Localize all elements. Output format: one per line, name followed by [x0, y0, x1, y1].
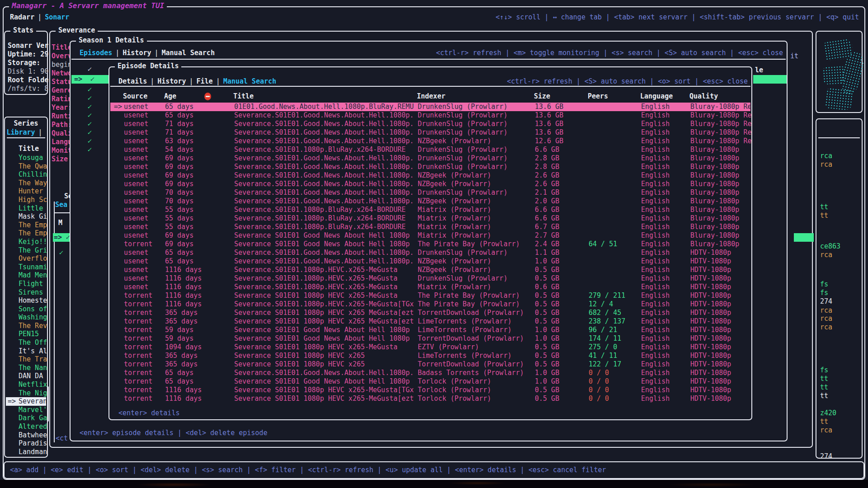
series-list-item[interactable]: Hunter [5, 187, 47, 196]
result-row[interactable]: torrent1116 daysSeverance S01E01 1080p H… [110, 394, 750, 403]
series-list-item[interactable]: Overflo [5, 254, 47, 263]
series-list-item[interactable]: High Sc [5, 196, 47, 204]
result-row[interactable]: usenet54 daysSeverance.S01E01.1080p.BluR… [110, 145, 750, 154]
result-row[interactable]: usenet70 daysSeverance.S01E01.Good.News.… [110, 188, 750, 197]
tab-sonarr[interactable]: Sonarr [45, 13, 69, 21]
series-list-item[interactable]: The Way [5, 179, 47, 188]
seasons-keybind-fragment: <ct [56, 434, 68, 442]
result-row[interactable]: usenet71 daysSeverance.S01E01.Good.News.… [110, 128, 750, 137]
series-list-item[interactable]: Mad Men [5, 271, 47, 280]
selected-episode-row-right-fragment [753, 75, 787, 84]
series-list-item[interactable]: DAN DA [5, 372, 47, 380]
series-scrollbar-thumb[interactable] [47, 386, 49, 422]
tab-details[interactable]: Details [118, 77, 147, 85]
series-list-item[interactable]: It's Al [5, 347, 47, 356]
result-row[interactable]: torrent365 daysSeverance S01E01 1080p HE… [110, 309, 750, 317]
season-monitored-check: ✓ [59, 249, 63, 257]
result-row[interactable]: usenet69 daysSeverance.S01E01.Good.News.… [110, 180, 750, 188]
result-row[interactable]: usenet70 daysSeverance.S01E01.Good.News.… [110, 197, 750, 206]
series-list-item[interactable]: The Nan [5, 364, 47, 372]
series-list-item[interactable]: Yosuga [5, 154, 47, 162]
series-list-item[interactable]: =>Severan [6, 397, 46, 406]
series-list-item[interactable]: Keijo!! [5, 238, 47, 246]
tab-library[interactable]: Library| [5, 128, 47, 136]
series-list-item[interactable]: Mask Gi [5, 212, 47, 221]
desktop-wallpaper-strip [0, 480, 868, 488]
result-row[interactable]: torrent365 daysSeverance S01E01 1080p HE… [110, 360, 750, 369]
result-row[interactable]: usenet55 daysSeverance.S01E01.1080p.BluR… [110, 206, 750, 214]
series-list-item[interactable]: The Off [5, 338, 47, 347]
result-row[interactable]: usenet1116 daysSeverance.S01E01.1080p.HE… [110, 283, 750, 291]
result-row[interactable]: usenet55 daysSeverance.S01E01.1080p.BluR… [110, 223, 750, 231]
series-list-item[interactable]: Chillin [5, 170, 47, 179]
series-list-item[interactable]: The Nig [5, 389, 47, 398]
tab-season-manual-search[interactable]: Manual Search [162, 49, 215, 57]
result-row[interactable]: usenet1116 daysSeverance.S01E01.1080p.HE… [110, 274, 750, 283]
series-list-item[interactable]: Little [5, 204, 47, 213]
stats-lines: Sonarr VerUptime: 29Storage:Disk 1: 90Ro… [8, 42, 46, 93]
tab-history[interactable]: History [157, 77, 186, 85]
series-list-item[interactable]: The Gri [5, 246, 47, 255]
stats-line: Root Folde [8, 76, 46, 84]
result-row[interactable]: usenet69 daysSeverance.S01E01.Good.News.… [110, 171, 750, 180]
result-row[interactable]: torrent59 daysSeverance S01E01 Good News… [110, 334, 750, 343]
clipped-text-fragment: rca [820, 152, 832, 160]
clipped-text-fragment: tt [820, 375, 828, 383]
result-row[interactable]: torrent65 daysSeverance.S01E01.Good.News… [110, 369, 750, 377]
result-row[interactable]: usenet65 daysSeverance.S01E01.Good.News.… [110, 257, 750, 266]
series-list-item[interactable]: Landman [5, 448, 47, 456]
result-row[interactable]: usenet1116 daysSeverance.S01E01.1080p.HE… [110, 266, 750, 274]
tab-season-history[interactable]: History [123, 49, 151, 57]
stats-panel-title: Stats [10, 26, 36, 34]
result-row[interactable]: torrent365 daysSeverance S01E01 1080p HE… [110, 317, 750, 326]
series-list-item[interactable]: Altered [5, 422, 47, 431]
series-list-item[interactable]: Paradis [5, 439, 47, 448]
series-list-item[interactable]: Dark Ga [5, 414, 47, 422]
result-row[interactable]: torrent1094 daysSeverance S01E01 1080p H… [110, 343, 750, 352]
series-list-item[interactable]: PEN15 [5, 330, 47, 338]
series-list-item[interactable]: Tsunami [5, 263, 47, 272]
series-list-item[interactable]: Washing [5, 313, 47, 322]
result-row[interactable]: torrent1116 daysSeverance.S01E01.1080p.H… [110, 300, 750, 309]
result-row[interactable]: torrent1116 daysSeverance S01E01 1080p H… [110, 386, 750, 394]
result-row[interactable]: usenet69 daysSeverance S01E01 Good News … [110, 231, 750, 240]
series-separator [7, 137, 45, 138]
series-list-item[interactable]: Marvel' [5, 406, 47, 414]
series-list-item[interactable]: The Qwa [5, 162, 47, 171]
result-row[interactable]: torrent69 daysSeverance S01E01 Good News… [110, 240, 750, 249]
result-row[interactable]: torrent1116 daysSeverance S01E01 1080p H… [110, 291, 750, 300]
series-list-item[interactable]: Flight [5, 280, 47, 288]
result-row[interactable]: usenet55 daysSeverance.S01E01.1080p.BluR… [110, 214, 750, 223]
series-list-item[interactable]: Sirens [5, 288, 47, 297]
result-row[interactable]: usenet69 daysSeverance.S01E01.Good.News.… [110, 163, 750, 171]
series-list-item[interactable]: Homeste [5, 296, 47, 305]
col-language: Language [640, 92, 673, 100]
result-row[interactable]: usenet69 daysSeverance.S01E01.Good.News.… [110, 154, 750, 163]
series-list-item[interactable]: Batwhee [5, 431, 47, 440]
result-row[interactable]: usenet65 daysSeverance.S01E01.Good.News.… [110, 249, 750, 257]
result-row[interactable]: torrent65 daysSeverance S01E01 Good News… [110, 377, 750, 386]
series-list-item[interactable]: The Emp [5, 229, 47, 238]
tab-radarr[interactable]: Radarr [10, 13, 34, 21]
selected-season-row-fragment[interactable]: => ✓ [53, 233, 72, 242]
series-list-item[interactable]: Netflix [5, 380, 47, 389]
selected-episode-row-fragment[interactable]: => ✓ [71, 75, 109, 84]
result-row[interactable]: =>usenet65 days01E01.Good.News.About.Hel… [110, 103, 750, 111]
col-title: Title [233, 92, 414, 100]
tab-episodes[interactable]: Episodes [80, 49, 112, 57]
tab-file[interactable]: File [197, 77, 213, 85]
episode-monitored-check: ✓ [88, 120, 92, 128]
series-list-item[interactable]: Sons of [5, 305, 47, 314]
series-list-item[interactable]: The Emp [5, 221, 47, 230]
tab-manual-search[interactable]: Manual Search [223, 77, 276, 85]
episode-tab-separator [110, 86, 750, 87]
result-row[interactable]: torrent365 daysSeverance S01E01 1080p HE… [110, 352, 750, 360]
result-row[interactable]: torrent59 daysSeverance S01E01 Good News… [110, 326, 750, 334]
col-quality: Quality [689, 92, 751, 100]
result-row[interactable]: usenet65 daysSeverance.S01E01.Good.News.… [110, 111, 750, 120]
series-list-item[interactable]: The Rev [5, 322, 47, 330]
series-list-item[interactable]: The Tra [5, 355, 47, 364]
result-row[interactable]: usenet71 daysSeverance.S01E01.Good.News.… [110, 120, 750, 128]
result-row[interactable]: usenet63 daysSeverance.S01E01.Good.News.… [110, 137, 750, 145]
clipped-text-fragment: fs [820, 289, 828, 297]
